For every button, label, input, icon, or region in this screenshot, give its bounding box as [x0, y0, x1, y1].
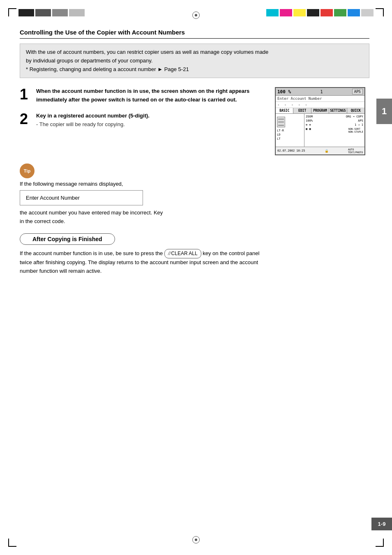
cs-dashes: - - - - -: [276, 102, 364, 108]
corner-br: [376, 539, 384, 547]
cs-top-bar: 100 % 1 APS: [276, 88, 364, 96]
copier-screen-container: 100 % 1 APS Enter Account Number - - - -…: [275, 87, 369, 155]
copier-screen: 100 % 1 APS Enter Account Number - - - -…: [275, 87, 365, 155]
cs-percent: 100 %: [277, 89, 291, 94]
cs-row-ratio: ⊕ ⊕ 1 → 1: [306, 123, 363, 127]
cs-tab-program[interactable]: PROGRAM: [311, 108, 329, 113]
info-line3: * Registering, changing and deleting a a…: [26, 65, 363, 74]
clear-all-label: CLEAR ALL: [171, 251, 198, 256]
cs-left-panel: LT-R LD LT: [276, 114, 304, 147]
tip-box: Enter Account Number: [20, 190, 143, 205]
registration-mark-top: [192, 12, 200, 19]
cs-tab-quick[interactable]: QUICK: [347, 108, 364, 113]
tip-followup-line2: in the correct code.: [20, 218, 65, 224]
cs-zoom-label: ZOOM: [306, 115, 313, 118]
step-2-content: Key in a registered account number (5-di…: [36, 112, 150, 129]
cs-row-nonsort: ▣ ▣ NON-SORTNON-STAPLE: [306, 127, 363, 133]
cs-aps-val: APS: [358, 119, 363, 122]
after-copying-line2: key on the control panel: [203, 250, 259, 256]
corner-bl: [8, 539, 16, 547]
cs-lt-r: LT-R: [277, 129, 303, 132]
cs-lt: LT: [277, 137, 303, 140]
cs-copies: 1: [320, 90, 323, 94]
info-line1: With the use of account numbers, you can…: [26, 48, 363, 57]
bar-black: [18, 9, 34, 16]
cs-org-copy: ORG ➔ COPY: [346, 115, 363, 118]
cs-lock-icon: 🔒: [325, 149, 329, 153]
main-content: Controlling the Use of the Copier with A…: [20, 29, 369, 276]
tip-followup-line1: the account number you have entered may …: [20, 210, 163, 216]
clear-all-slash: //: [168, 251, 171, 256]
cs-datetime: 02.07.2002 10:25: [277, 149, 305, 152]
after-copying-line4: number function will remain active.: [20, 268, 101, 274]
step-1-content: When the account number function is in u…: [36, 87, 267, 104]
cs-row-zoom: ZOOM ORG ➔ COPY: [306, 115, 363, 118]
steps-area: 1 When the account number function is in…: [20, 87, 369, 155]
top-color-bars-left: [18, 9, 85, 16]
cs-tab-settings[interactable]: SETTINGS: [329, 108, 347, 113]
cs-non-sort: NON-SORTNON-STAPLE: [348, 127, 363, 133]
clear-all-button[interactable]: //CLEAR ALL: [164, 249, 201, 258]
cs-tab-basic[interactable]: BASIC: [276, 108, 293, 113]
steps-left: 1 When the account number function is in…: [20, 87, 267, 155]
step-1: 1 When the account number function is in…: [20, 87, 267, 104]
bar-lightgray: [69, 9, 85, 16]
cs-zoom-value: 100%: [306, 119, 313, 122]
bar-red: [321, 9, 333, 16]
bar-cyan: [266, 9, 279, 16]
corner-tr: [376, 8, 384, 16]
cs-paper-a: [277, 117, 285, 127]
registration-mark-bottom: [192, 536, 200, 543]
cs-icons-placeholder: ⊕ ⊕: [306, 123, 311, 127]
step-2-number: 2: [20, 112, 31, 127]
after-copying-title: After Copying is Finished: [20, 233, 115, 245]
after-copying-line1: If the account number function is in use…: [20, 250, 163, 256]
cs-enter-account: Enter Account Number: [276, 96, 364, 102]
chapter-number: 1: [382, 106, 387, 117]
after-copying-line3: twice after finishing copying. The displ…: [20, 259, 258, 265]
tip-followup: the account number you have entered may …: [20, 209, 369, 226]
cs-auto-text: AUTOTEXT/PHOTO: [348, 148, 363, 154]
bar-darkgray: [35, 9, 51, 16]
bar-blue: [348, 9, 360, 16]
bar-green: [334, 9, 346, 16]
corner-tl: [8, 8, 16, 16]
cs-right-panel: ZOOM ORG ➔ COPY 100% APS ⊕ ⊕ 1 → 1 ▣ ▣: [304, 114, 364, 147]
cs-paper-icons: [277, 117, 303, 127]
step-2-sub: - The copier will be ready for copying.: [36, 120, 150, 129]
tip-section: Tip If the following message remains dis…: [20, 164, 369, 226]
cs-tab-edit[interactable]: EDIT: [293, 108, 311, 113]
cs-aps-label: APS: [352, 89, 363, 94]
tip-badge: Tip: [20, 164, 35, 178]
top-color-bars-right: [266, 9, 374, 16]
chapter-tab: 1: [376, 99, 392, 124]
page-number: 1-9: [378, 521, 386, 527]
bar-gray: [52, 9, 68, 16]
cs-body: LT-R LD LT ZOOM ORG ➔ COPY 100% APS: [276, 114, 364, 147]
bar-black2: [307, 9, 319, 16]
cs-ratio: 1 → 1: [355, 123, 363, 127]
page-number-tab: 1-9: [371, 518, 392, 530]
info-line2: by individual groups or departments of y…: [26, 57, 363, 65]
after-copying-section: After Copying is Finished If the account…: [20, 233, 369, 276]
step-2: 2 Key in a registered account number (5-…: [20, 112, 267, 129]
tip-intro: If the following message remains display…: [20, 181, 369, 187]
bar-magenta: [280, 9, 292, 16]
bar-yellow: [293, 9, 306, 16]
after-copying-body: If the account number function is in use…: [20, 249, 369, 276]
step-1-number: 1: [20, 87, 31, 102]
step-2-title: Key in a registered account number (5-di…: [36, 112, 150, 120]
bar-lgray: [361, 9, 374, 16]
step-1-title: When the account number function is in u…: [36, 87, 267, 104]
cs-bottom: 02.07.2002 10:25 🔒 AUTOTEXT/PHOTO: [276, 147, 364, 154]
section-title: Controlling the Use of the Copier with A…: [20, 29, 369, 39]
info-box: With the use of account numbers, you can…: [20, 44, 369, 78]
cs-row-zoom-val: 100% APS: [306, 119, 363, 122]
cs-tabs: BASIC EDIT PROGRAM SETTINGS QUICK: [276, 108, 364, 114]
cs-ld: LD: [277, 133, 303, 136]
cs-page-icon: ▣ ▣: [306, 127, 311, 133]
